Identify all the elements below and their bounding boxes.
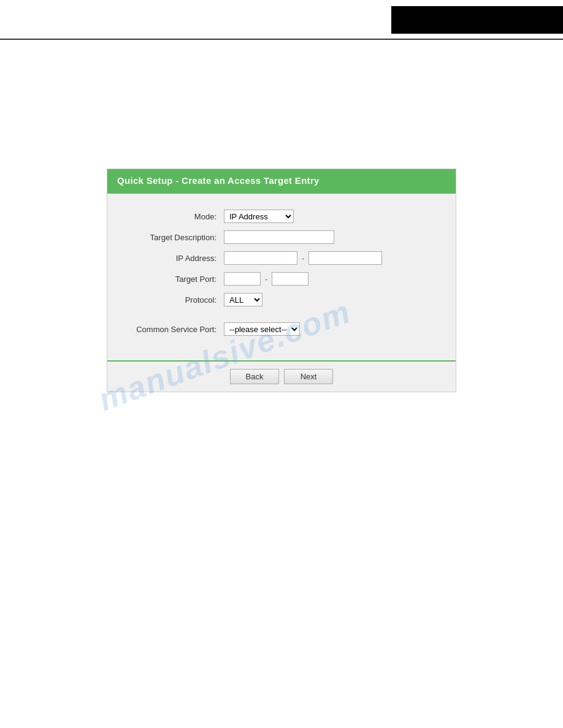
ip-address-from-input[interactable]: [224, 251, 297, 265]
protocol-label: Protocol:: [126, 295, 224, 305]
protocol-row: Protocol: ALL TCP UDP ICMP: [107, 289, 456, 310]
protocol-select[interactable]: ALL TCP UDP ICMP: [224, 293, 262, 306]
ip-address-label: IP Address:: [126, 254, 224, 263]
common-service-port-row: Common Service Port: --please select-- H…: [107, 319, 456, 339]
top-bar-black-block: [391, 6, 563, 34]
target-port-control: -: [224, 272, 308, 286]
ip-address-separator: -: [302, 254, 304, 263]
mode-control: IP Address MAC Address Domain Name: [224, 210, 294, 223]
common-service-port-control: --please select-- HTTP FTP SMTP POP3 HTT…: [224, 322, 300, 336]
ip-address-to-input[interactable]: [308, 251, 382, 265]
mode-row: Mode: IP Address MAC Address Domain Name: [107, 206, 456, 227]
form-title: Quick Setup - Create an Access Target En…: [117, 175, 320, 186]
target-port-row: Target Port: -: [107, 268, 456, 289]
next-button[interactable]: Next: [284, 369, 333, 384]
form-card-header: Quick Setup - Create an Access Target En…: [107, 169, 456, 192]
top-bar: [0, 0, 563, 40]
target-description-row: Target Description:: [107, 227, 456, 248]
target-port-to-input[interactable]: [272, 272, 308, 286]
target-port-separator: -: [265, 275, 267, 284]
back-button[interactable]: Back: [230, 369, 279, 384]
target-port-from-input[interactable]: [224, 272, 261, 286]
form-card: Quick Setup - Create an Access Target En…: [107, 169, 456, 392]
form-card-body: Mode: IP Address MAC Address Domain Name…: [107, 192, 456, 392]
common-service-port-label: Common Service Port:: [126, 325, 224, 334]
form-footer: Back Next: [107, 360, 456, 392]
ip-address-control: -: [224, 251, 382, 265]
mode-label: Mode:: [126, 212, 224, 221]
mode-select[interactable]: IP Address MAC Address Domain Name: [224, 210, 294, 223]
common-service-port-select[interactable]: --please select-- HTTP FTP SMTP POP3 HTT…: [224, 322, 300, 336]
target-port-label: Target Port:: [126, 275, 224, 284]
target-description-label: Target Description:: [126, 233, 224, 242]
spacer: [107, 310, 456, 319]
target-description-control: [224, 230, 334, 244]
ip-address-row: IP Address: -: [107, 248, 456, 268]
spacer2: [107, 339, 456, 348]
target-description-input[interactable]: [224, 230, 334, 244]
main-content: Quick Setup - Create an Access Target En…: [0, 40, 563, 411]
protocol-control: ALL TCP UDP ICMP: [224, 293, 262, 306]
